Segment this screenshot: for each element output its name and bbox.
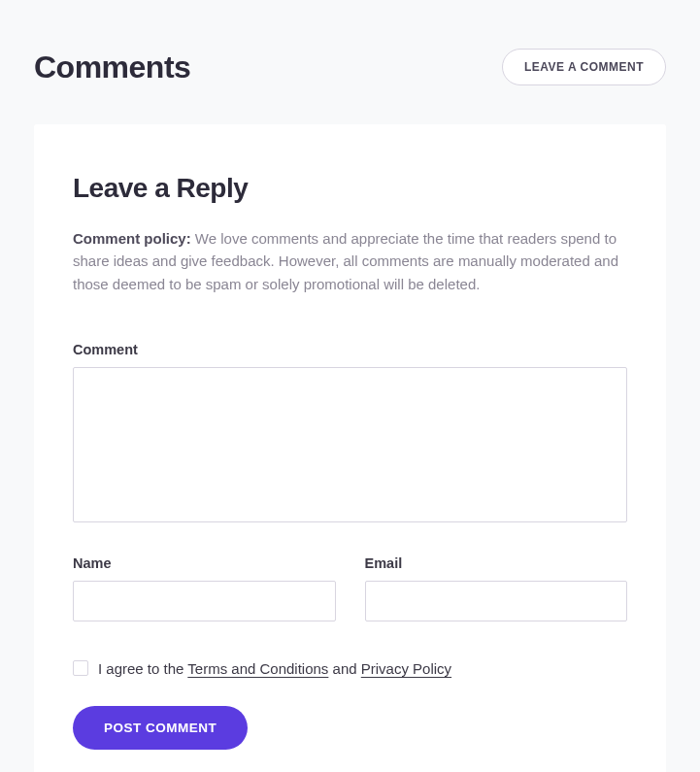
consent-row: I agree to the Terms and Conditions and …	[73, 660, 627, 677]
name-email-row: Name Email	[73, 555, 627, 621]
comment-policy: Comment policy: We love comments and app…	[73, 227, 627, 295]
consent-middle: and	[328, 660, 360, 677]
comment-textarea[interactable]	[73, 367, 627, 522]
page-title: Comments	[34, 50, 190, 85]
name-input[interactable]	[73, 581, 336, 621]
consent-checkbox[interactable]	[73, 660, 88, 676]
comment-label: Comment	[73, 342, 627, 357]
comments-section: Comments LEAVE A COMMENT Leave a Reply C…	[0, 0, 700, 772]
email-label: Email	[365, 555, 628, 571]
leave-comment-button[interactable]: LEAVE A COMMENT	[502, 49, 666, 85]
name-label: Name	[73, 555, 336, 571]
reply-card: Leave a Reply Comment policy: We love co…	[34, 124, 666, 772]
policy-label: Comment policy:	[73, 230, 191, 247]
email-input[interactable]	[365, 581, 628, 621]
reply-title: Leave a Reply	[73, 173, 627, 204]
post-comment-button[interactable]: POST COMMENT	[73, 706, 248, 750]
name-field-group: Name	[73, 555, 336, 621]
email-field-group: Email	[365, 555, 628, 621]
terms-link[interactable]: Terms and Conditions	[187, 660, 328, 677]
consent-prefix: I agree to the	[98, 660, 187, 677]
privacy-link[interactable]: Privacy Policy	[361, 660, 451, 677]
consent-label: I agree to the Terms and Conditions and …	[98, 660, 451, 677]
comments-header: Comments LEAVE A COMMENT	[0, 0, 700, 124]
comment-field-group: Comment	[73, 342, 627, 555]
